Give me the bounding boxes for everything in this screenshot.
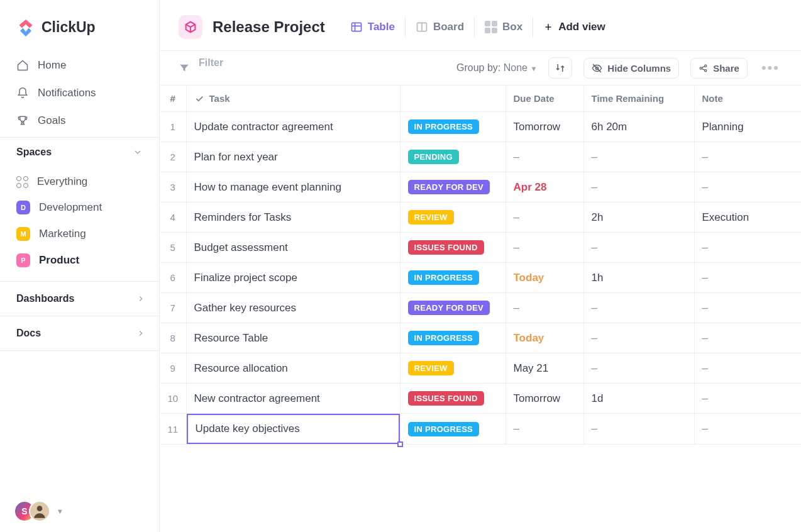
note-cell[interactable]: Execution [694,202,801,233]
time-cell[interactable]: 2h [583,202,694,233]
note-cell[interactable]: – [694,293,801,323]
due-cell[interactable]: Today [505,323,583,353]
docs-section[interactable]: Docs [0,316,159,351]
due-cell[interactable]: – [505,202,583,233]
page-title: Release Project [213,18,325,36]
col-task[interactable]: Task [186,86,400,112]
dashboards-section[interactable]: Dashboards [0,281,159,316]
spaces-section-header[interactable]: Spaces [0,137,159,167]
tab-table[interactable]: Table [340,17,406,37]
sort-icon [555,62,566,74]
status-cell[interactable]: IN PROGRESS [400,414,505,445]
due-cell[interactable]: – [505,233,583,263]
caret-down-icon[interactable]: ▼ [57,507,64,515]
status-cell[interactable]: IN PROGRESS [400,263,505,293]
task-cell[interactable]: Budget assessment [186,233,400,263]
due-cell[interactable]: May 21 [505,353,583,384]
time-cell[interactable]: – [583,353,694,384]
status-badge: REVIEW [408,361,454,375]
status-cell[interactable]: READY FOR DEV [400,172,505,202]
time-cell[interactable]: – [583,233,694,263]
note-cell[interactable]: – [694,142,801,172]
status-cell[interactable]: ISSUES FOUND [400,233,505,263]
task-cell[interactable]: New contractor agreement [186,384,400,414]
hide-columns-button[interactable]: Hide Columns [583,58,679,79]
col-status[interactable] [400,86,505,112]
time-cell[interactable]: – [583,293,694,323]
more-menu-button[interactable]: ••• [759,60,782,76]
tab-box[interactable]: Box [475,17,533,37]
col-number[interactable]: # [160,86,186,112]
task-cell[interactable]: Reminders for Tasks [186,202,400,233]
status-cell[interactable]: IN PROGRESS [400,323,505,353]
sort-button[interactable] [548,57,572,79]
note-cell[interactable]: – [694,263,801,293]
due-cell[interactable]: Tomorrow [505,384,583,414]
col-note[interactable]: Note [694,86,801,112]
table-row: 11 Update key objectives IN PROGRESS – –… [160,414,801,445]
row-number-cell: 10 [160,384,186,414]
task-cell[interactable]: Update contractor agreement [186,112,400,142]
nav-notifications[interactable]: Notifications [10,79,149,107]
due-cell[interactable]: – [505,142,583,172]
note-cell[interactable]: – [694,414,801,445]
task-cell[interactable]: Update key objectives [186,414,400,445]
col-time[interactable]: Time Remaining [583,86,694,112]
col-due[interactable]: Due Date [505,86,583,112]
table-row: 4 Reminders for Tasks REVIEW – 2h Execut… [160,202,801,233]
due-cell[interactable]: Tomorrow [505,112,583,142]
status-cell[interactable]: ISSUES FOUND [400,384,505,414]
everything-item[interactable]: Everything [8,169,152,194]
task-cell[interactable]: Finalize project scope [186,263,400,293]
note-cell[interactable]: Planning [694,112,801,142]
tab-box-label: Box [502,21,522,33]
task-cell[interactable]: Gather key resources [186,293,400,323]
time-cell[interactable]: – [583,414,694,445]
logo[interactable]: ClickUp [0,0,159,49]
nav-home[interactable]: Home [10,52,149,79]
task-cell[interactable]: Plan for next year [186,142,400,172]
group-by-dropdown[interactable]: Group by: None ▼ [456,62,537,74]
note-cell[interactable]: – [694,384,801,414]
time-cell[interactable]: – [583,172,694,202]
due-cell[interactable]: – [505,293,583,323]
time-cell[interactable]: – [583,142,694,172]
task-cell[interactable]: Resource Table [186,323,400,353]
tab-table-label: Table [368,21,395,33]
status-cell[interactable]: REVIEW [400,353,505,384]
tab-board-label: Board [433,21,464,33]
share-label: Share [713,63,739,74]
row-number-cell: 1 [160,112,186,142]
avatar-stack[interactable]: S [14,501,50,522]
status-cell[interactable]: IN PROGRESS [400,112,505,142]
note-cell[interactable]: – [694,172,801,202]
time-cell[interactable]: 6h 20m [583,112,694,142]
filter-button[interactable]: Filter [179,60,223,76]
task-cell[interactable]: Resource allocation [186,353,400,384]
space-item[interactable]: DDevelopment [8,194,152,221]
status-cell[interactable]: REVIEW [400,202,505,233]
due-cell[interactable]: Today [505,263,583,293]
status-cell[interactable]: PENDING [400,142,505,172]
spaces-list: Everything DDevelopmentMMarketingPProduc… [0,167,159,281]
toolbar: Filter Group by: None ▼ Hide Columns Sha… [160,50,801,86]
note-cell[interactable]: – [694,233,801,263]
note-cell[interactable]: – [694,323,801,353]
resize-handle[interactable] [397,441,403,447]
space-item[interactable]: PProduct [8,247,152,274]
share-button[interactable]: Share [690,58,748,79]
time-cell[interactable]: 1h [583,263,694,293]
due-cell[interactable]: Apr 28 [505,172,583,202]
due-cell[interactable]: – [505,414,583,445]
brand-name: ClickUp [41,19,96,36]
time-cell[interactable]: 1d [583,384,694,414]
task-cell[interactable]: How to manage event planning [186,172,400,202]
tab-board[interactable]: Board [406,17,475,37]
nav-goals[interactable]: Goals [10,107,149,135]
add-view-button[interactable]: Add view [533,17,616,37]
status-cell[interactable]: READY FOR DEV [400,293,505,323]
nav-home-label: Home [38,59,66,72]
time-cell[interactable]: – [583,323,694,353]
note-cell[interactable]: – [694,353,801,384]
space-item[interactable]: MMarketing [8,221,152,247]
